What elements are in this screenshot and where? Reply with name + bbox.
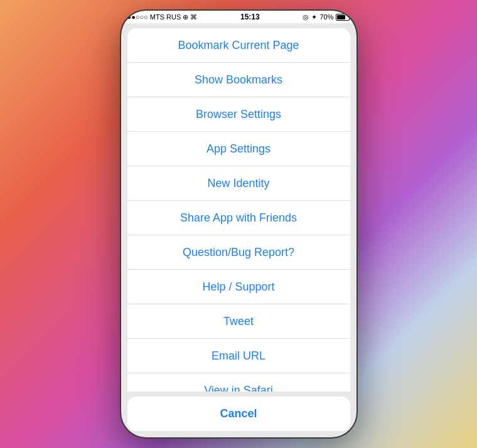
menu-item-browser-settings[interactable]: Browser Settings (127, 97, 350, 132)
menu-item-label-help-support: Help / Support (202, 280, 274, 294)
screen: Bookmark Current PageShow BookmarksBrows… (121, 23, 356, 437)
menu-item-question-bug-report[interactable]: Question/Bug Report? (127, 235, 350, 270)
battery-percent-label: 70% (319, 13, 333, 21)
menu-item-show-bookmarks[interactable]: Show Bookmarks (127, 63, 350, 97)
status-time: 15:13 (240, 13, 260, 21)
menu-item-label-new-identity: New Identity (207, 177, 269, 190)
wifi-icon: ⊕ (183, 13, 188, 21)
menu-item-view-in-safari[interactable]: View in Safari (127, 373, 350, 392)
carrier-label: ●●○○○ MTS RUS (127, 13, 181, 21)
menu-container: Bookmark Current PageShow BookmarksBrows… (121, 23, 356, 392)
menu-item-label-bookmark-current-page: Bookmark Current Page (178, 39, 299, 52)
location-icon: ◎ (303, 13, 309, 21)
signal-icon: ⌘ (190, 13, 197, 21)
menu-item-share-app-with-friends[interactable]: Share App with Friends (127, 201, 350, 235)
menu-item-label-view-in-safari: View in Safari (204, 384, 273, 392)
menu-item-label-share-app-with-friends: Share App with Friends (180, 211, 297, 225)
status-bar: ●●○○○ MTS RUS ⊕ ⌘ 15:13 ◎ ✦ 70% (121, 11, 356, 23)
menu-item-help-support[interactable]: Help / Support (127, 270, 350, 304)
status-right: ◎ ✦ 70% (303, 13, 350, 21)
battery-body (336, 14, 350, 21)
status-left: ●●○○○ MTS RUS ⊕ ⌘ (127, 13, 198, 21)
bluetooth-icon: ✦ (311, 13, 317, 21)
battery-fill (337, 15, 345, 19)
menu-item-email-url[interactable]: Email URL (127, 339, 350, 373)
menu-sheet: Bookmark Current PageShow BookmarksBrows… (127, 28, 350, 392)
menu-item-new-identity[interactable]: New Identity (127, 166, 350, 201)
menu-item-label-browser-settings: Browser Settings (196, 108, 281, 121)
menu-item-app-settings[interactable]: App Settings (127, 132, 350, 166)
cancel-button[interactable]: Cancel (127, 397, 350, 431)
menu-item-label-app-settings: App Settings (206, 142, 271, 156)
menu-item-tweet[interactable]: Tweet (127, 304, 350, 339)
phone-frame: ●●○○○ MTS RUS ⊕ ⌘ 15:13 ◎ ✦ 70% Bookmark… (121, 11, 356, 437)
battery-icon (336, 14, 350, 21)
cancel-area: Cancel (121, 392, 356, 437)
menu-item-label-tweet: Tweet (223, 315, 254, 328)
menu-item-bookmark-current-page[interactable]: Bookmark Current Page (127, 28, 350, 63)
menu-item-label-email-url: Email URL (212, 349, 265, 363)
menu-item-label-question-bug-report: Question/Bug Report? (183, 246, 294, 259)
menu-item-label-show-bookmarks: Show Bookmarks (195, 73, 282, 87)
